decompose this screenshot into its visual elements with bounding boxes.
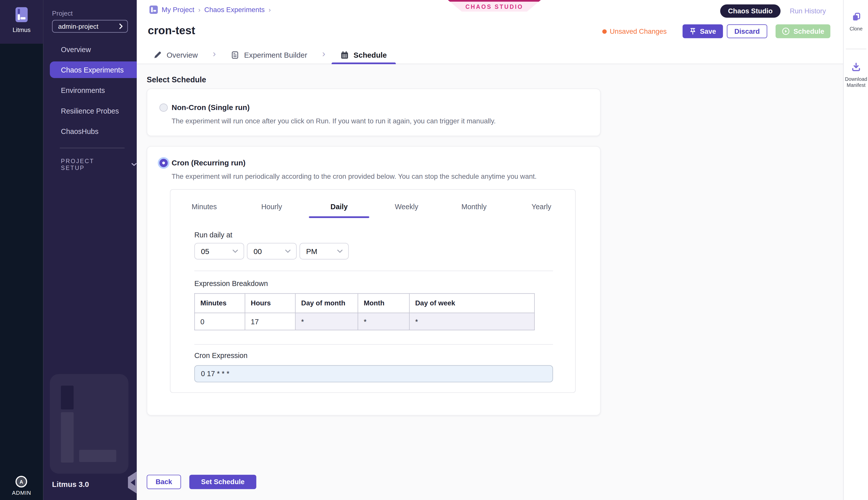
- sidebar-nav: Overview Chaos Experiments Environments …: [50, 41, 137, 144]
- footer-buttons: Back Set Schedule: [147, 475, 256, 489]
- header-actions: Unsaved Changes Save Discard Schedule: [602, 24, 831, 38]
- chevron-down-icon: [131, 162, 137, 166]
- expression-breakdown-table: Minutes Hours Day of month Month Day of …: [194, 293, 535, 330]
- clone-label: Clone: [844, 26, 868, 32]
- schedule-page: Select Schedule Non-Cron (Single run) Th…: [137, 64, 843, 500]
- col-day-of-month: Day of month: [295, 294, 358, 313]
- studio-tabs: Overview › Experiment Builder › Schedule: [154, 45, 397, 64]
- sidebar: Project admin-project Overview Chaos Exp…: [43, 0, 136, 500]
- project-select[interactable]: admin-project: [52, 20, 128, 33]
- cron-config-panel: Minutes Hourly Daily Weekly Monthly Year…: [170, 189, 576, 393]
- brand-label: Litmus: [0, 26, 43, 33]
- expression-breakdown-label: Expression Breakdown: [194, 280, 268, 288]
- value-day-of-month: *: [295, 313, 358, 330]
- pencil-icon: [154, 50, 162, 59]
- select-schedule-heading: Select Schedule: [147, 75, 206, 84]
- chaos-studio-ribbon: CHAOS STUDIO: [448, 0, 541, 12]
- sidebar-item-resilience-probes[interactable]: Resilience Probes: [50, 102, 137, 119]
- rail-divider: [846, 48, 866, 49]
- breadcrumb-separator: ›: [269, 6, 271, 14]
- breadcrumb-separator: ›: [198, 6, 201, 14]
- value-hours: 17: [245, 313, 295, 330]
- cron-tab-hourly[interactable]: Hourly: [238, 190, 306, 218]
- sidebar-item-overview[interactable]: Overview: [50, 41, 137, 58]
- schedule-button-disabled[interactable]: Schedule: [776, 24, 831, 38]
- rail-brand-block: Litmus: [0, 0, 43, 44]
- unsaved-changes-status: Unsaved Changes: [602, 27, 667, 35]
- value-minutes: 0: [194, 313, 245, 330]
- clone-icon: [851, 12, 861, 21]
- breadcrumb-chaos-experiments[interactable]: Chaos Experiments: [204, 6, 265, 14]
- discard-button[interactable]: Discard: [727, 24, 767, 38]
- chaos-studio-toggle[interactable]: Chaos Studio: [720, 4, 781, 18]
- collapse-arrow-icon: [131, 479, 135, 486]
- sidebar-item-chaoshubs[interactable]: ChaosHubs: [50, 123, 137, 139]
- cron-tab-yearly[interactable]: Yearly: [508, 190, 575, 218]
- col-month: Month: [358, 294, 409, 313]
- avatar[interactable]: A: [15, 476, 27, 487]
- non-cron-description: The experiment will run once after you c…: [171, 117, 496, 125]
- builder-icon: [231, 50, 239, 59]
- page-header: CHAOS STUDIO My Project › Chaos Experime…: [137, 0, 843, 64]
- icon-rail: Litmus A ADMIN: [0, 0, 43, 500]
- cron-tab-minutes[interactable]: Minutes: [170, 190, 238, 218]
- chevron-down-icon: [285, 250, 291, 253]
- project-label: Project: [52, 9, 73, 17]
- app-window: Litmus A ADMIN Project admin-project Ove…: [0, 0, 868, 500]
- cron-title: Cron (Recurring run): [171, 159, 245, 167]
- divider: [194, 344, 553, 345]
- cron-radio[interactable]: [159, 159, 168, 167]
- tab-overview[interactable]: Overview: [154, 45, 208, 64]
- save-button[interactable]: Save: [683, 24, 723, 38]
- play-circle-icon: [782, 27, 790, 35]
- download-manifest-action[interactable]: Download Manifest: [844, 62, 868, 88]
- page-title: cron-test: [148, 24, 195, 37]
- version-label: Litmus 3.0: [52, 480, 89, 489]
- cron-tab-daily[interactable]: Daily: [305, 190, 373, 218]
- cron-option-card: Cron (Recurring run) The experiment will…: [147, 146, 600, 416]
- sidebar-divider: [60, 148, 124, 148]
- run-history-toggle[interactable]: Run History: [790, 7, 826, 15]
- non-cron-radio[interactable]: [159, 103, 168, 112]
- user-label: ADMIN: [0, 490, 43, 496]
- non-cron-option-card[interactable]: Non-Cron (Single run) The experiment wil…: [147, 89, 600, 136]
- litmus-watermark: [50, 374, 128, 474]
- project-select-value: admin-project: [58, 22, 99, 30]
- cron-frequency-tabs: Minutes Hourly Daily Weekly Monthly Year…: [170, 190, 575, 218]
- sidebar-item-environments[interactable]: Environments: [50, 82, 137, 99]
- cron-tab-monthly[interactable]: Monthly: [440, 190, 508, 218]
- clone-action[interactable]: Clone: [844, 12, 868, 32]
- tab-separator-icon: ›: [208, 48, 221, 61]
- sidebar-collapse-handle[interactable]: [128, 471, 137, 493]
- tab-experiment-builder[interactable]: Experiment Builder: [221, 45, 317, 64]
- breadcrumb-logo-icon: [149, 5, 158, 14]
- unsaved-dot-icon: [602, 29, 607, 34]
- calendar-icon: [340, 50, 349, 59]
- project-setup-toggle[interactable]: PROJECT SETUP: [61, 158, 137, 171]
- litmus-logo-icon[interactable]: [15, 7, 28, 22]
- breadcrumb-my-project[interactable]: My Project: [162, 6, 194, 14]
- breadcrumb: My Project › Chaos Experiments ›: [149, 5, 271, 14]
- tab-schedule[interactable]: Schedule: [330, 45, 397, 64]
- tab-separator-icon: ›: [317, 48, 330, 61]
- table-header-row: Minutes Hours Day of month Month Day of …: [194, 294, 534, 313]
- download-icon: [851, 62, 861, 72]
- chevron-right-icon: [119, 23, 123, 29]
- download-manifest-label: Download Manifest: [842, 76, 868, 88]
- main-area: CHAOS STUDIO My Project › Chaos Experime…: [137, 0, 843, 500]
- back-button[interactable]: Back: [147, 475, 181, 489]
- hour-select[interactable]: 05: [194, 243, 244, 260]
- minute-select[interactable]: 00: [247, 243, 297, 260]
- pin-icon: [689, 28, 697, 35]
- chevron-down-icon: [233, 250, 238, 253]
- col-minutes: Minutes: [194, 294, 245, 313]
- value-month: *: [358, 313, 409, 330]
- meridiem-select[interactable]: PM: [300, 243, 349, 260]
- cron-tab-weekly[interactable]: Weekly: [373, 190, 440, 218]
- set-schedule-button[interactable]: Set Schedule: [189, 475, 257, 489]
- run-daily-at-label: Run daily at: [194, 231, 232, 239]
- sidebar-item-chaos-experiments[interactable]: Chaos Experiments: [50, 61, 137, 78]
- cron-expression-input[interactable]: 0 17 * * *: [194, 365, 553, 382]
- chevron-down-icon: [337, 250, 342, 253]
- col-day-of-week: Day of week: [409, 294, 534, 313]
